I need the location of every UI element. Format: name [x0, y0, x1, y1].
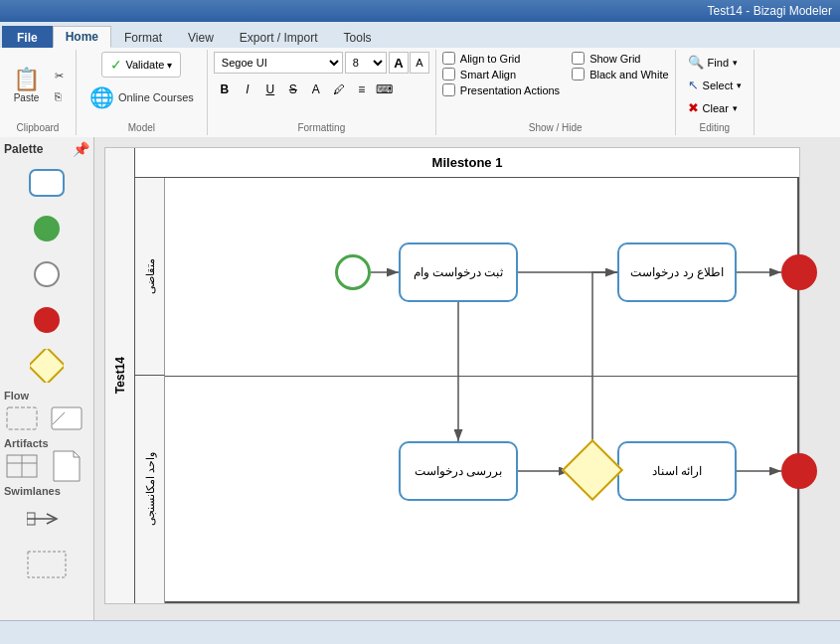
tab-export[interactable]: Export / Import	[227, 26, 331, 48]
model-group-content: ✓ Validate ▾ 🌐 Online Courses	[83, 52, 201, 133]
align-button[interactable]: ≡	[351, 79, 373, 100]
main-area: Palette 📌 Flow	[0, 137, 840, 620]
paste-button[interactable]: 📋 Paste	[6, 65, 47, 107]
palette-flow-items	[4, 403, 89, 433]
task-review-request-label: بررسی درخواست	[415, 464, 502, 478]
font-size-increase-button[interactable]: A	[389, 52, 409, 74]
palette-artifact-note[interactable]	[49, 451, 84, 481]
task-review-request[interactable]: بررسی درخواست	[399, 441, 518, 501]
start-event[interactable]	[335, 254, 371, 290]
presentation-actions-checkbox[interactable]: Presentation Actions	[442, 83, 560, 96]
smart-align-checkbox[interactable]: Smart Align	[442, 68, 560, 80]
palette-swimlane-items	[4, 499, 89, 584]
cut-button[interactable]: ✂	[49, 67, 70, 85]
black-and-white-label: Black and White	[589, 69, 668, 80]
app-title: Test14 - Bizagi Modeler	[708, 4, 832, 18]
canvas-area[interactable]: Test14 Milestone 1 متقاضی واحد امکانسنجی	[94, 137, 840, 620]
smart-align-input[interactable]	[442, 68, 455, 80]
format-buttons-row: B I U S A 🖊 ≡ ⌨	[214, 79, 396, 100]
strikethrough-button[interactable]: S	[282, 79, 304, 100]
presentation-actions-input[interactable]	[442, 83, 455, 96]
select-button[interactable]: ↖ Select ▾	[682, 75, 749, 95]
palette-task-shape[interactable]	[27, 163, 67, 203]
bold-button[interactable]: B	[214, 79, 236, 100]
align-to-grid-checkbox[interactable]: Align to Grid	[442, 52, 560, 65]
palette-swimlane-pool[interactable]	[27, 545, 67, 584]
palette-title: Palette	[4, 142, 43, 156]
ribbon-content: 📋 Paste ✂ ⎘ Clipboard ✓ Validate ▾ 🌐	[0, 48, 840, 137]
palette-swimlane-arrow[interactable]	[27, 499, 67, 539]
more-button[interactable]: ⌨	[374, 79, 396, 100]
black-and-white-checkbox[interactable]: Black and White	[572, 68, 668, 80]
underline-button[interactable]: U	[259, 79, 281, 100]
tab-format[interactable]: Format	[111, 26, 175, 48]
tab-file[interactable]: File	[2, 26, 53, 48]
palette-artifact-table[interactable]	[4, 451, 40, 481]
palette-intermediate-event-shape[interactable]	[27, 254, 67, 294]
align-to-grid-label: Align to Grid	[460, 53, 521, 65]
lane1-label-container: متقاضی	[135, 178, 165, 376]
clear-icon: ✖	[688, 100, 699, 115]
select-label: Select	[703, 80, 734, 91]
svg-rect-12	[28, 552, 66, 577]
validate-button[interactable]: ✓ Validate ▾	[101, 52, 181, 78]
tab-tools[interactable]: Tools	[331, 26, 385, 48]
align-to-grid-input[interactable]	[442, 52, 455, 65]
font-size-decrease-button[interactable]: A	[410, 52, 429, 74]
task-provide-docs-label: ارائه اسناد	[652, 464, 702, 478]
validate-check-icon: ✓	[110, 57, 122, 73]
show-grid-input[interactable]	[572, 52, 585, 65]
show-hide-label: Show / Hide	[529, 122, 583, 133]
highlight-button[interactable]: 🖊	[328, 79, 350, 100]
font-name-select[interactable]: Segoe UI	[214, 52, 343, 74]
paste-icon: 📋	[13, 69, 40, 90]
clear-dropdown-icon: ▾	[733, 103, 738, 113]
font-name-row: Segoe UI 8 A A	[214, 52, 429, 74]
palette-gateway-shape[interactable]	[27, 346, 67, 386]
clipboard-group-content: 📋 Paste ✂ ⎘	[6, 52, 70, 133]
svg-rect-0	[30, 170, 64, 196]
clipboard-label: Clipboard	[17, 122, 60, 133]
palette-flow-item-1[interactable]	[4, 403, 40, 433]
svg-rect-6	[52, 407, 82, 429]
online-courses-icon: 🌐	[89, 85, 114, 109]
show-grid-checkbox[interactable]: Show Grid	[572, 52, 668, 65]
palette-end-event-shape[interactable]	[27, 300, 67, 340]
cut-icon: ✂	[55, 70, 64, 82]
task-provide-docs[interactable]: ارائه اسناد	[617, 441, 737, 501]
font-size-select[interactable]: 8	[345, 52, 387, 74]
task-register-loan[interactable]: ثبت درخواست وام	[399, 242, 518, 302]
smart-align-label: Smart Align	[460, 69, 516, 80]
end-event-2[interactable]	[781, 453, 817, 489]
lane1-label: متقاضی	[143, 258, 156, 294]
tab-view[interactable]: View	[175, 26, 227, 48]
validate-dropdown-icon[interactable]: ▾	[167, 60, 172, 71]
palette-flow-item-2[interactable]	[49, 403, 84, 433]
tab-home[interactable]: Home	[53, 26, 111, 48]
diagram-canvas[interactable]: Test14 Milestone 1 متقاضی واحد امکانسنجی	[104, 147, 800, 604]
svg-marker-10	[54, 451, 80, 481]
clear-button[interactable]: ✖ Clear ▾	[682, 97, 749, 118]
palette-start-event-shape[interactable]	[27, 209, 67, 248]
milestone-header: Milestone 1	[135, 148, 799, 178]
clipboard-group: 📋 Paste ✂ ⎘ Clipboard	[0, 50, 77, 135]
end-event-1[interactable]	[781, 254, 817, 290]
online-courses-button[interactable]: 🌐 Online Courses	[83, 81, 201, 113]
left-checkboxes: Align to Grid Smart Align Presentation A…	[442, 52, 560, 110]
palette-header: Palette 📌	[4, 141, 89, 157]
font-color-button[interactable]: A	[305, 79, 327, 100]
palette-artifacts-items	[4, 451, 89, 481]
milestone-label: Milestone 1	[432, 155, 503, 170]
font-size-buttons: A A	[389, 52, 429, 74]
title-bar: Test14 - Bizagi Modeler	[0, 0, 840, 22]
palette-flow-label: Flow	[4, 390, 29, 402]
italic-button[interactable]: I	[237, 79, 258, 100]
palette-pin-icon[interactable]: 📌	[73, 141, 89, 157]
find-button[interactable]: 🔍 Find ▾	[682, 52, 749, 73]
cut-copy-group: ✂ ⎘	[49, 67, 70, 105]
black-and-white-input[interactable]	[572, 68, 585, 80]
svg-rect-4	[30, 349, 64, 383]
task-notify-rejection[interactable]: اطلاع رد درخواست	[617, 242, 737, 302]
copy-button[interactable]: ⎘	[49, 87, 70, 105]
ribbon-tabs: File Home Format View Export / Import To…	[0, 22, 840, 48]
